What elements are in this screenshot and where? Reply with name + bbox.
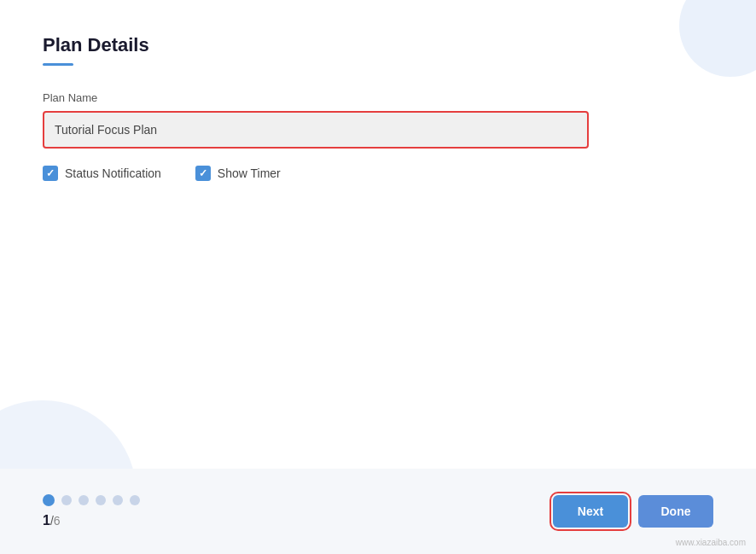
page-title: Plan Details (43, 34, 713, 56)
dot-6 (130, 495, 140, 505)
plan-name-label: Plan Name (43, 91, 713, 104)
watermark: www.xiazaiba.com (676, 538, 746, 547)
status-notification-label: Status Notification (65, 166, 161, 180)
main-content: Plan Details Plan Name ✓ Status Notifica… (0, 0, 756, 181)
checkmark-icon: ✓ (46, 168, 55, 178)
checkboxes-row: ✓ Status Notification ✓ Show Timer (43, 166, 713, 181)
dots-row (43, 494, 140, 506)
show-timer-checkbox-item: ✓ Show Timer (195, 166, 281, 181)
plan-name-field-group: Plan Name (43, 91, 713, 149)
checkmark-icon-2: ✓ (199, 168, 207, 178)
dot-1 (43, 494, 55, 506)
page-container: Plan Details Plan Name ✓ Status Notifica… (0, 0, 756, 554)
show-timer-label: Show Timer (218, 166, 281, 180)
buttons-row: Next Done (553, 495, 713, 528)
bottom-bar: 1/6 Next Done (0, 469, 756, 554)
next-button[interactable]: Next (553, 495, 628, 528)
done-button[interactable]: Done (638, 495, 713, 528)
dot-5 (113, 495, 123, 505)
dot-3 (79, 495, 89, 505)
dot-4 (96, 495, 106, 505)
status-notification-checkbox[interactable]: ✓ (43, 166, 58, 181)
total-pages: 6 (54, 514, 61, 528)
status-notification-checkbox-item: ✓ Status Notification (43, 166, 161, 181)
plan-name-input[interactable] (43, 111, 589, 149)
pagination-section: 1/6 (43, 494, 140, 528)
title-underline (43, 63, 73, 66)
show-timer-checkbox[interactable]: ✓ (195, 166, 211, 181)
page-counter: 1/6 (43, 513, 140, 528)
dot-2 (61, 495, 72, 505)
current-page: 1 (43, 513, 50, 528)
